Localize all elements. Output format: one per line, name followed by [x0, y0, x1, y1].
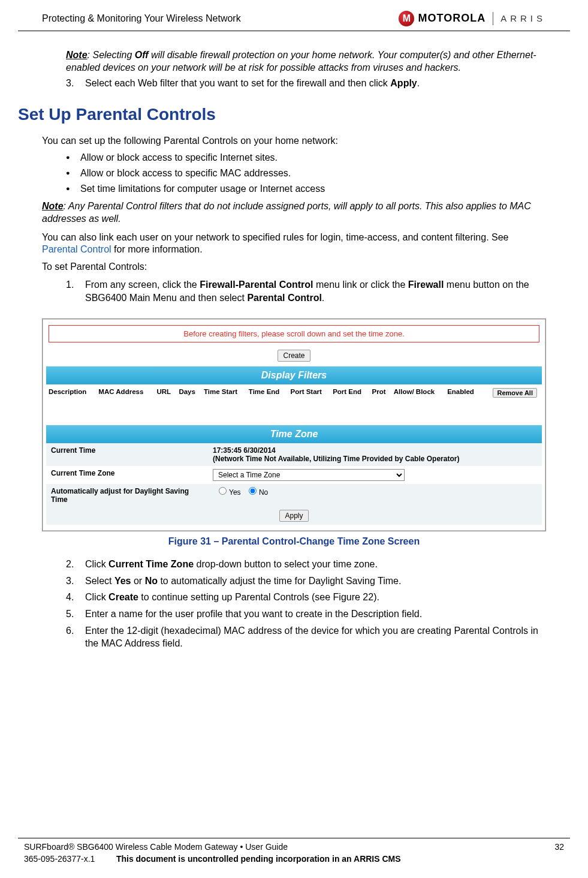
parental-control-link[interactable]: Parental Control	[42, 244, 111, 254]
screenshot-panel: Before creating filters, please scroll d…	[42, 318, 546, 531]
tz-row-dst: Automatically adjust for Daylight Saving…	[46, 484, 542, 507]
col-time-end: Time End	[246, 384, 288, 414]
current-time-value: 17:35:45 6/30/2014 (Network Time Not Ava…	[208, 443, 542, 466]
step-2: 2. Click Current Time Zone drop-down but…	[66, 558, 546, 571]
filters-table: Description MAC Address URL Days Time St…	[46, 384, 542, 414]
step-3: 3. Select each Web filter that you want …	[66, 77, 546, 90]
brand-logos: M MOTOROLA ARRIS	[399, 11, 546, 26]
pc-bullets: Allow or block access to specific Intern…	[42, 152, 546, 194]
remove-all-button[interactable]: Remove All	[493, 388, 537, 398]
timezone-select[interactable]: Select a Time Zone	[213, 469, 405, 481]
step-4: 4. Click Create to continue setting up P…	[66, 591, 546, 604]
col-url: URL	[154, 384, 176, 414]
note-off-word: Off	[135, 50, 149, 60]
link-para: You can also link each user on your netw…	[42, 231, 546, 257]
arris-wordmark: ARRIS	[500, 13, 546, 23]
current-time-label: Current Time	[46, 443, 208, 466]
dst-no-radio[interactable]	[249, 487, 257, 495]
col-allow-block: Allow/ Block	[391, 384, 445, 414]
pc-intro: You can set up the following Parental Co…	[42, 135, 546, 148]
col-description: Description	[46, 384, 96, 414]
tz-row-apply: Apply	[46, 507, 542, 525]
col-remove-all: Remove All	[482, 384, 542, 414]
note-prefix: Note	[66, 50, 88, 60]
section-heading: Set Up Parental Controls	[18, 105, 546, 124]
col-days: Days	[176, 384, 201, 414]
brand-divider	[493, 12, 493, 25]
tz-row-current-zone: Current Time Zone Select a Time Zone	[46, 466, 542, 484]
footer-notice: This document is uncontrolled pending in…	[116, 854, 401, 864]
step-1: 1. From any screen, click the Firewall-P…	[66, 278, 546, 304]
figure-31: Before creating filters, please scroll d…	[42, 318, 546, 547]
step-6: 6. Enter the 12-digit (hexadecimal) MAC …	[66, 624, 546, 650]
time-zone-header: Time Zone	[46, 425, 542, 443]
motorola-wordmark: MOTOROLA	[418, 12, 486, 25]
page-footer: SURFboard® SBG6400 Wireless Cable Modem …	[18, 838, 570, 864]
list-item: Set time limitations for computer usage …	[66, 184, 546, 194]
apply-button[interactable]: Apply	[279, 510, 308, 522]
create-button[interactable]: Create	[278, 350, 310, 362]
col-mac: MAC Address	[96, 384, 154, 414]
list-item: Allow or block access to specific Intern…	[66, 152, 546, 163]
steps-list-1: 1. From any screen, click the Firewall-P…	[42, 278, 546, 304]
timezone-warning: Before creating filters, please scroll d…	[49, 325, 539, 342]
prior-steps-list: 3. Select each Web filter that you want …	[42, 77, 546, 90]
current-timezone-label: Current Time Zone	[46, 466, 208, 484]
to-set-line: To set Parental Controls:	[42, 261, 546, 273]
tz-row-current-time: Current Time 17:35:45 6/30/2014 (Network…	[46, 443, 542, 466]
note-firewall-off: Note: Selecting Off will disable firewal…	[66, 49, 546, 74]
step-5: 5. Enter a name for the user profile tha…	[66, 608, 546, 621]
page-header: Protecting & Monitoring Your Wireless Ne…	[18, 0, 570, 31]
col-prot: Prot	[370, 384, 391, 414]
col-port-start: Port Start	[288, 384, 331, 414]
note-ports: Note: Any Parental Control filters that …	[42, 200, 546, 225]
col-enabled: Enabled	[445, 384, 482, 414]
col-port-end: Port End	[330, 384, 369, 414]
col-time-start: Time Start	[201, 384, 246, 414]
dst-yes-radio[interactable]	[219, 487, 227, 495]
table-header-row: Description MAC Address URL Days Time St…	[46, 384, 542, 414]
doc-number: 365-095-26377-x.1	[24, 854, 114, 864]
step-3b: 3. Select Yes or No to automatically adj…	[66, 575, 546, 588]
figure-caption: Figure 31 – Parental Control-Change Time…	[42, 536, 546, 547]
steps-list-2: 2. Click Current Time Zone drop-down but…	[42, 558, 546, 650]
header-title: Protecting & Monitoring Your Wireless Ne…	[42, 13, 241, 24]
display-filters-header: Display Filters	[46, 366, 542, 384]
page-number: 32	[554, 842, 564, 852]
motorola-logo-icon: M	[399, 11, 414, 26]
list-item: Allow or block access to specific MAC ad…	[66, 168, 546, 179]
time-zone-table: Current Time 17:35:45 6/30/2014 (Network…	[46, 443, 542, 525]
footer-product: SURFboard® SBG6400 Wireless Cable Modem …	[24, 842, 288, 852]
page-content: Note: Selecting Off will disable firewal…	[0, 31, 588, 650]
dst-label: Automatically adjust for Daylight Saving…	[46, 484, 208, 507]
